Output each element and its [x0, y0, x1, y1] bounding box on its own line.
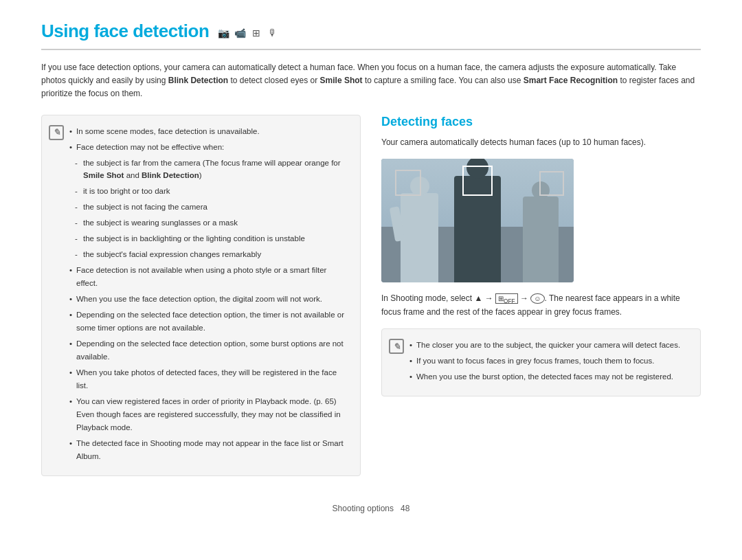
shooting-description: In Shooting mode, select ▲ → ⊞OFF → ☺. T… — [381, 292, 701, 320]
focus-frame-left — [395, 170, 421, 196]
figure-right — [523, 197, 559, 282]
note-item: Face detection may not be effective when… — [69, 141, 349, 154]
right-note-item: The closer you are to the subject, the q… — [409, 339, 689, 352]
note-sub-item: the subject is in backlighting or the li… — [69, 232, 349, 245]
footer-label: Shooting options — [333, 504, 394, 513]
note-item: You can view registered faces in order o… — [69, 395, 349, 434]
video-icon: 📹 — [234, 27, 246, 39]
note-sub-item: the subject is not facing the camera — [69, 201, 349, 214]
page-title: Using face detection — [41, 21, 209, 42]
section-title: Detecting faces — [381, 115, 701, 129]
note-item: When you take photos of detected faces, … — [69, 366, 349, 392]
page-footer: Shooting options 48 — [41, 504, 701, 513]
note-sub-item: it is too bright or too dark — [69, 185, 349, 198]
figure-left — [401, 193, 438, 282]
grid-icon: ⊞ — [250, 27, 262, 39]
right-note-item: When you use the burst option, the detec… — [409, 370, 689, 383]
note-item: The detected face in Shooting mode may n… — [69, 437, 349, 463]
note-sub-item: the subject's facial expression changes … — [69, 248, 349, 261]
right-column: Detecting faces Your camera automaticall… — [381, 115, 701, 397]
note-icon: ✎ — [49, 125, 64, 140]
camera-image — [381, 159, 574, 282]
left-column: ✎ In some scene modes, face detection is… — [41, 115, 361, 476]
intro-paragraph: If you use face detection options, your … — [41, 61, 701, 101]
note-item: Depending on the selected face detection… — [69, 337, 349, 363]
focus-frame-center — [462, 166, 493, 196]
header-icons: 📷 📹 ⊞ 🎙 — [217, 27, 279, 39]
page-header: Using face detection 📷 📹 ⊞ 🎙 — [41, 21, 701, 50]
camera-icon: 📷 — [217, 27, 229, 39]
note-item: Face detection is not available when usi… — [69, 264, 349, 290]
footer-page-number: 48 — [401, 504, 409, 513]
note-item: When you use the face detection option, … — [69, 293, 349, 306]
note-sub-item: the subject is wearing sunglasses or a m… — [69, 216, 349, 229]
note-sub-item: the subject is far from the camera (The … — [69, 157, 349, 183]
note-item: Depending on the selected face detection… — [69, 309, 349, 335]
right-note-icon: ✎ — [389, 339, 404, 354]
right-note-item: If you want to focus faces in grey focus… — [409, 355, 689, 368]
note-item: In some scene modes, face detection is u… — [69, 125, 349, 138]
two-column-layout: ✎ In some scene modes, face detection is… — [41, 115, 701, 476]
right-note-box: ✎ The closer you are to the subject, the… — [381, 328, 701, 396]
left-note-box: ✎ In some scene modes, face detection is… — [41, 115, 361, 476]
section-description: Your camera automatically detects human … — [381, 136, 701, 149]
camera-image-container — [381, 159, 701, 282]
right-note-list: The closer you are to the subject, the q… — [409, 339, 689, 383]
focus-frame-right — [539, 171, 564, 196]
note-list: In some scene modes, face detection is u… — [69, 125, 349, 463]
mic-icon: 🎙 — [267, 27, 279, 39]
